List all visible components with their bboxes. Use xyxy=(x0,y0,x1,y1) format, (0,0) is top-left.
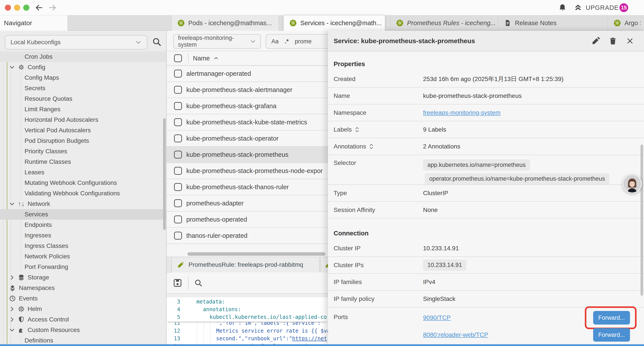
minimize-window-button[interactable] xyxy=(14,4,20,11)
sidebar-item-limit-ranges[interactable]: Limit Ranges xyxy=(0,104,166,114)
yaml-editor[interactable]: 11","for":"1m","labels":{"service":12Met… xyxy=(166,297,328,346)
table-row-thanos-ruler-operated[interactable]: thanos-ruler-operated xyxy=(166,228,328,244)
row-checkbox[interactable] xyxy=(174,118,182,126)
tab-pods-icecheng-mathmas[interactable]: Pods - icecheng@mathmas... xyxy=(172,15,279,31)
sidebar-item-pod-disruption-budgets[interactable]: Pod Disruption Budgets xyxy=(0,136,166,146)
bottom-accent-bar xyxy=(0,344,644,346)
row-checkbox[interactable] xyxy=(174,151,182,159)
chevron-right-icon[interactable] xyxy=(9,316,15,323)
sidebar-item-horizontal-pod-autoscalers[interactable]: Horizontal Pod Autoscalers xyxy=(0,114,166,125)
sidebar-item-events[interactable]: Events xyxy=(0,293,166,304)
close-window-button[interactable] xyxy=(5,4,11,11)
panel-scrollbar[interactable] xyxy=(640,145,643,296)
chevron-right-icon[interactable] xyxy=(9,274,15,281)
back-icon[interactable] xyxy=(35,3,44,12)
editor-tab-next[interactable] xyxy=(320,257,328,272)
row-checkbox[interactable] xyxy=(174,134,182,142)
chevron-down-icon[interactable] xyxy=(9,201,15,207)
search-icon[interactable] xyxy=(152,37,162,47)
upgrade-button[interactable]: UPGRADE xyxy=(574,3,618,12)
table-row-kube-prometheus-stack-kube-state-metrics[interactable]: kube-prometheus-stack-kube-state-metrics xyxy=(166,114,328,130)
select-all-checkbox[interactable] xyxy=(174,54,182,62)
table-row-kube-prometheus-stack-operator[interactable]: kube-prometheus-stack-operator xyxy=(166,130,328,147)
sidebar-item-namespaces[interactable]: Namespaces xyxy=(0,283,166,293)
sidebar-item-resource-quotas[interactable]: Resource Quotas xyxy=(0,93,166,104)
maximize-window-button[interactable] xyxy=(23,4,29,11)
sidebar-item-network-policies[interactable]: Network Policies xyxy=(0,251,166,262)
tab-navigator[interactable]: Navigator xyxy=(0,15,68,31)
save-icon[interactable] xyxy=(173,278,182,288)
port-link[interactable]: 8080:reloader-web/TCP xyxy=(423,331,488,338)
sidebar-item-port-forwarding[interactable]: Port Forwarding xyxy=(0,262,166,272)
sidebar-item-config-maps[interactable]: Config Maps xyxy=(0,72,166,83)
forward-button[interactable]: Forward... xyxy=(593,328,630,342)
regex-toggle[interactable]: .* xyxy=(285,38,289,45)
notifications-bell-icon[interactable] xyxy=(558,3,567,12)
tab-prometheus-rules-icecheng[interactable]: Prometheus Rules - icecheng... xyxy=(390,15,498,31)
sidebar-item-ingress-classes[interactable]: Ingress Classes xyxy=(0,241,166,251)
chevron-right-icon[interactable] xyxy=(9,306,15,312)
chevron-down-icon[interactable] xyxy=(9,64,15,70)
property-value-link[interactable]: freeleaps-monitoring-system xyxy=(423,109,500,116)
row-checkbox[interactable] xyxy=(174,167,182,175)
caret-updown-icon[interactable] xyxy=(355,126,359,133)
row-checkbox[interactable] xyxy=(174,199,182,207)
row-checkbox[interactable] xyxy=(174,216,182,223)
table-row-kube-prometheus-stack-thanos-ruler[interactable]: kube-prometheus-stack-thanos-ruler xyxy=(166,179,328,195)
close-icon[interactable] xyxy=(626,36,634,45)
editor-search-icon[interactable] xyxy=(194,278,203,288)
sidebar-item-endpoints[interactable]: Endpoints xyxy=(0,220,166,230)
property-row-selector: Selectorapp.kubernetes.io/name=prometheu… xyxy=(328,155,644,185)
chevron-down-icon[interactable] xyxy=(9,327,15,333)
sidebar-item-custom-resources[interactable]: Custom Resources xyxy=(0,325,166,335)
edit-pencil-icon[interactable] xyxy=(592,36,600,45)
filter-input[interactable]: Aa .* prome xyxy=(266,34,328,49)
namespace-selector[interactable]: freeleaps-monitoring-system xyxy=(173,34,261,49)
sidebar-item-ingresses[interactable]: Ingresses xyxy=(0,230,166,241)
notification-count-badge[interactable]: 15 xyxy=(620,3,628,12)
table-row-alertmanager-operated[interactable]: alertmanager-operated xyxy=(166,66,328,82)
sidebar-item-network[interactable]: ↑↓Network xyxy=(0,199,166,209)
horizontal-scrollbar[interactable] xyxy=(166,251,328,257)
sidebar-item-vertical-pod-autoscalers[interactable]: Vertical Pod Autoscalers xyxy=(0,125,166,136)
caret-updown-icon[interactable] xyxy=(369,143,374,150)
tab-argo-se[interactable]: Argo Se xyxy=(608,15,640,31)
sidebar-item-mutating-webhook-configurations[interactable]: Mutating Webhook Configurations xyxy=(0,178,166,188)
sidebar-item-secrets[interactable]: Secrets xyxy=(0,83,166,93)
sidebar-scrollbar[interactable] xyxy=(163,118,166,230)
table-row-kube-prometheus-stack-grafana[interactable]: kube-prometheus-stack-grafana xyxy=(166,98,328,114)
port-link[interactable]: 9090/TCP xyxy=(423,314,451,321)
code-link[interactable]: https://net xyxy=(292,336,327,342)
row-checkbox[interactable] xyxy=(174,232,182,240)
row-checkbox[interactable] xyxy=(174,183,182,191)
table-row-prometheus-operated[interactable]: prometheus-operated xyxy=(166,212,328,228)
sidebar-item-services[interactable]: Services xyxy=(0,209,166,220)
column-header-name[interactable]: Name xyxy=(193,55,219,62)
sidebar-item-storage[interactable]: Storage xyxy=(0,272,166,283)
sidebar-item-leases[interactable]: Leases xyxy=(0,167,166,178)
tab-services-icecheng-math[interactable]: Services - icecheng@math... xyxy=(284,15,385,31)
table-row-kube-prometheus-stack-prometheus[interactable]: kube-prometheus-stack-prometheus xyxy=(166,147,328,163)
tab-release-notes[interactable]: Release Notes xyxy=(498,15,608,31)
forward-button[interactable]: Forward... xyxy=(593,311,630,325)
table-row-kube-prometheus-stack-alertmanager[interactable]: kube-prometheus-stack-alertmanager xyxy=(166,82,328,98)
row-checkbox[interactable] xyxy=(174,70,182,77)
sidebar-item-config[interactable]: Config xyxy=(0,62,166,72)
table-row-kube-prometheus-stack-prometheus-node-expor[interactable]: kube-prometheus-stack-prometheus-node-ex… xyxy=(166,163,328,179)
avatar[interactable] xyxy=(622,174,642,193)
editor-tab-prometheusrule[interactable]: PrometheusRule: freeleaps-prod-rabbitmq xyxy=(172,257,320,272)
sidebar-item-cron-jobs[interactable]: Cron Jobs xyxy=(0,51,166,62)
sidebar-item-runtime-classes[interactable]: Runtime Classes xyxy=(0,157,166,167)
sidebar-item-helm[interactable]: Helm xyxy=(0,304,166,314)
row-checkbox[interactable] xyxy=(174,102,182,110)
property-value: 9090/TCPForward...8080:reloader-web/TCPF… xyxy=(423,309,644,343)
delete-trash-icon[interactable] xyxy=(608,36,617,45)
sidebar-item-access-control[interactable]: Access Control xyxy=(0,314,166,325)
kubeconfig-selector[interactable]: Local Kubeconfigs xyxy=(5,35,147,49)
row-checkbox[interactable] xyxy=(174,86,182,94)
forward-icon[interactable] xyxy=(48,3,57,12)
sidebar-item-validating-webhook-configurations[interactable]: Validating Webhook Configurations xyxy=(0,188,166,199)
sidebar-item-priority-classes[interactable]: Priority Classes xyxy=(0,146,166,157)
table-row-prometheus-adapter[interactable]: prometheus-adapter xyxy=(166,195,328,212)
match-case-toggle[interactable]: Aa xyxy=(271,38,278,45)
